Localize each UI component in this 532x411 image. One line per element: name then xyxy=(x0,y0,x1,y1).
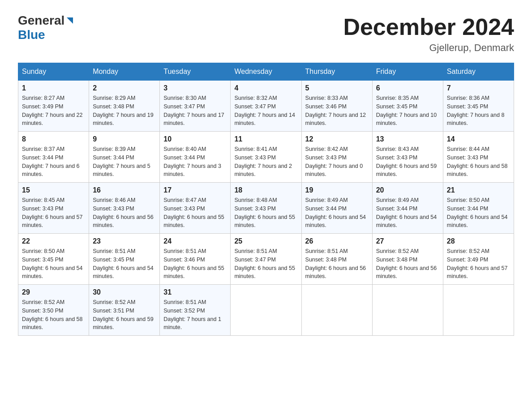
day-number: 14 xyxy=(447,135,510,143)
calendar-cell: 2Sunrise: 8:29 AMSunset: 3:48 PMDaylight… xyxy=(89,81,160,132)
calendar-cell: 26Sunrise: 8:51 AMSunset: 3:48 PMDayligh… xyxy=(301,234,372,285)
calendar-cell: 20Sunrise: 8:49 AMSunset: 3:44 PMDayligh… xyxy=(372,183,443,234)
title-block: December 2024 Gjellerup, Denmark xyxy=(343,13,514,54)
calendar-cell: 12Sunrise: 8:42 AMSunset: 3:43 PMDayligh… xyxy=(301,132,372,183)
day-info: Sunrise: 8:27 AMSunset: 3:49 PMDaylight:… xyxy=(22,94,85,128)
day-info: Sunrise: 8:51 AMSunset: 3:52 PMDaylight:… xyxy=(163,298,227,332)
calendar-cell: 3Sunrise: 8:30 AMSunset: 3:47 PMDaylight… xyxy=(160,81,231,132)
day-number: 30 xyxy=(93,288,156,296)
calendar-cell: 8Sunrise: 8:37 AMSunset: 3:44 PMDaylight… xyxy=(18,132,89,183)
calendar-cell: 22Sunrise: 8:50 AMSunset: 3:45 PMDayligh… xyxy=(18,234,89,285)
day-number: 6 xyxy=(376,84,439,92)
day-info: Sunrise: 8:33 AMSunset: 3:46 PMDaylight:… xyxy=(305,94,369,128)
svg-marker-0 xyxy=(67,17,73,24)
calendar-cell xyxy=(372,285,443,336)
day-info: Sunrise: 8:37 AMSunset: 3:44 PMDaylight:… xyxy=(22,145,85,179)
day-number: 11 xyxy=(234,135,297,143)
day-info: Sunrise: 8:43 AMSunset: 3:43 PMDaylight:… xyxy=(376,145,439,179)
day-info: Sunrise: 8:35 AMSunset: 3:45 PMDaylight:… xyxy=(376,94,439,128)
day-number: 21 xyxy=(447,186,510,194)
calendar-cell: 15Sunrise: 8:45 AMSunset: 3:43 PMDayligh… xyxy=(18,183,89,234)
col-header-saturday: Saturday xyxy=(443,63,514,81)
calendar-table: SundayMondayTuesdayWednesdayThursdayFrid… xyxy=(18,63,514,336)
calendar-cell: 24Sunrise: 8:51 AMSunset: 3:46 PMDayligh… xyxy=(160,234,231,285)
day-number: 23 xyxy=(93,237,156,245)
day-info: Sunrise: 8:52 AMSunset: 3:49 PMDaylight:… xyxy=(447,247,510,281)
day-number: 16 xyxy=(93,186,156,194)
calendar-cell: 29Sunrise: 8:52 AMSunset: 3:50 PMDayligh… xyxy=(18,285,89,336)
day-number: 29 xyxy=(22,288,85,296)
day-number: 25 xyxy=(234,237,297,245)
day-info: Sunrise: 8:49 AMSunset: 3:44 PMDaylight:… xyxy=(376,196,439,230)
calendar-cell: 18Sunrise: 8:48 AMSunset: 3:43 PMDayligh… xyxy=(231,183,301,234)
calendar-cell: 17Sunrise: 8:47 AMSunset: 3:43 PMDayligh… xyxy=(160,183,231,234)
day-info: Sunrise: 8:30 AMSunset: 3:47 PMDaylight:… xyxy=(163,94,227,128)
calendar-cell: 21Sunrise: 8:50 AMSunset: 3:44 PMDayligh… xyxy=(443,183,514,234)
calendar-cell: 30Sunrise: 8:52 AMSunset: 3:51 PMDayligh… xyxy=(89,285,160,336)
day-number: 7 xyxy=(447,84,510,92)
day-number: 8 xyxy=(22,135,85,143)
day-info: Sunrise: 8:51 AMSunset: 3:48 PMDaylight:… xyxy=(305,247,369,281)
calendar-cell: 11Sunrise: 8:41 AMSunset: 3:43 PMDayligh… xyxy=(231,132,301,183)
day-number: 9 xyxy=(93,135,156,143)
day-number: 3 xyxy=(163,84,227,92)
calendar-cell: 9Sunrise: 8:39 AMSunset: 3:44 PMDaylight… xyxy=(89,132,160,183)
day-info: Sunrise: 8:29 AMSunset: 3:48 PMDaylight:… xyxy=(93,94,156,128)
calendar-cell: 25Sunrise: 8:51 AMSunset: 3:47 PMDayligh… xyxy=(231,234,301,285)
calendar-cell: 31Sunrise: 8:51 AMSunset: 3:52 PMDayligh… xyxy=(160,285,231,336)
day-number: 28 xyxy=(447,237,510,245)
day-info: Sunrise: 8:51 AMSunset: 3:46 PMDaylight:… xyxy=(163,247,227,281)
logo-general-text: General xyxy=(18,13,64,28)
calendar-cell: 27Sunrise: 8:52 AMSunset: 3:48 PMDayligh… xyxy=(372,234,443,285)
day-number: 15 xyxy=(22,186,85,194)
calendar-subtitle: Gjellerup, Denmark xyxy=(343,42,514,54)
day-number: 31 xyxy=(163,288,227,296)
calendar-cell: 5Sunrise: 8:33 AMSunset: 3:46 PMDaylight… xyxy=(301,81,372,132)
day-info: Sunrise: 8:42 AMSunset: 3:43 PMDaylight:… xyxy=(305,145,369,179)
page-header: General Blue December 2024 Gjellerup, De… xyxy=(18,13,514,54)
calendar-cell: 23Sunrise: 8:51 AMSunset: 3:45 PMDayligh… xyxy=(89,234,160,285)
calendar-cell xyxy=(301,285,372,336)
calendar-cell: 1Sunrise: 8:27 AMSunset: 3:49 PMDaylight… xyxy=(18,81,89,132)
calendar-week-row: 1Sunrise: 8:27 AMSunset: 3:49 PMDaylight… xyxy=(18,81,514,132)
day-info: Sunrise: 8:32 AMSunset: 3:47 PMDaylight:… xyxy=(234,94,297,128)
day-number: 24 xyxy=(163,237,227,245)
col-header-monday: Monday xyxy=(89,63,160,81)
col-header-sunday: Sunday xyxy=(18,63,89,81)
day-info: Sunrise: 8:50 AMSunset: 3:44 PMDaylight:… xyxy=(447,196,510,230)
day-info: Sunrise: 8:46 AMSunset: 3:43 PMDaylight:… xyxy=(93,196,156,230)
logo-arrow-icon xyxy=(66,17,74,26)
day-number: 22 xyxy=(22,237,85,245)
day-info: Sunrise: 8:51 AMSunset: 3:45 PMDaylight:… xyxy=(93,247,156,281)
day-number: 20 xyxy=(376,186,439,194)
calendar-header-row: SundayMondayTuesdayWednesdayThursdayFrid… xyxy=(18,63,514,81)
day-info: Sunrise: 8:41 AMSunset: 3:43 PMDaylight:… xyxy=(234,145,297,179)
col-header-tuesday: Tuesday xyxy=(160,63,231,81)
day-number: 18 xyxy=(234,186,297,194)
col-header-thursday: Thursday xyxy=(301,63,372,81)
calendar-cell: 16Sunrise: 8:46 AMSunset: 3:43 PMDayligh… xyxy=(89,183,160,234)
day-number: 19 xyxy=(305,186,369,194)
day-number: 26 xyxy=(305,237,369,245)
logo: General Blue xyxy=(18,13,74,42)
day-info: Sunrise: 8:49 AMSunset: 3:44 PMDaylight:… xyxy=(305,196,369,230)
calendar-cell: 28Sunrise: 8:52 AMSunset: 3:49 PMDayligh… xyxy=(443,234,514,285)
calendar-cell: 6Sunrise: 8:35 AMSunset: 3:45 PMDaylight… xyxy=(372,81,443,132)
day-number: 2 xyxy=(93,84,156,92)
day-number: 5 xyxy=(305,84,369,92)
day-number: 1 xyxy=(22,84,85,92)
calendar-week-row: 15Sunrise: 8:45 AMSunset: 3:43 PMDayligh… xyxy=(18,183,514,234)
day-number: 12 xyxy=(305,135,369,143)
col-header-friday: Friday xyxy=(372,63,443,81)
day-number: 4 xyxy=(234,84,297,92)
calendar-cell: 13Sunrise: 8:43 AMSunset: 3:43 PMDayligh… xyxy=(372,132,443,183)
day-info: Sunrise: 8:52 AMSunset: 3:50 PMDaylight:… xyxy=(22,298,85,332)
calendar-cell: 7Sunrise: 8:36 AMSunset: 3:45 PMDaylight… xyxy=(443,81,514,132)
day-number: 27 xyxy=(376,237,439,245)
calendar-cell: 14Sunrise: 8:44 AMSunset: 3:43 PMDayligh… xyxy=(443,132,514,183)
calendar-week-row: 22Sunrise: 8:50 AMSunset: 3:45 PMDayligh… xyxy=(18,234,514,285)
day-number: 10 xyxy=(163,135,227,143)
day-info: Sunrise: 8:51 AMSunset: 3:47 PMDaylight:… xyxy=(234,247,297,281)
calendar-cell: 10Sunrise: 8:40 AMSunset: 3:44 PMDayligh… xyxy=(160,132,231,183)
calendar-cell: 4Sunrise: 8:32 AMSunset: 3:47 PMDaylight… xyxy=(231,81,301,132)
